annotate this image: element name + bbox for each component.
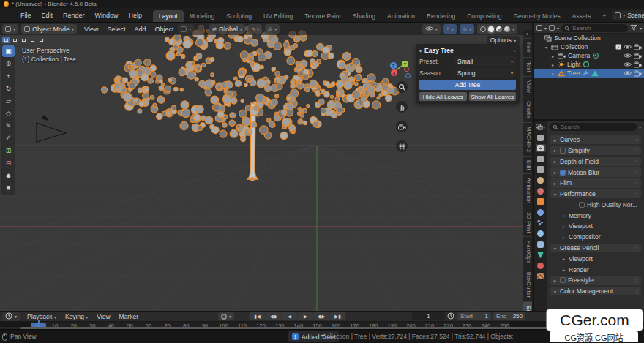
expander-icon[interactable]: ▾ (553, 246, 558, 251)
collapse-panel-icon[interactable]: ▾ (419, 48, 422, 53)
add-tree-button[interactable]: Add Tree (419, 80, 516, 90)
navigation-gizmo[interactable]: XYZ (388, 55, 413, 80)
panel-motion-blur[interactable]: ▸✓Motion Blur≡ (550, 167, 641, 176)
viewport-menu-object[interactable]: Object (150, 26, 178, 33)
wireframe-shading-button[interactable] (480, 26, 486, 32)
expander-icon[interactable]: ▸ (550, 62, 555, 67)
outliner-display-mode-icon[interactable] (549, 25, 555, 31)
expander-icon[interactable]: ▸ (553, 148, 558, 153)
properties-tab-output[interactable] (536, 155, 546, 163)
hide-all-leaves-button[interactable]: Hide All Leaves (419, 92, 467, 101)
disable-in-render-icon[interactable] (634, 61, 642, 68)
expander-icon[interactable]: ▸ (561, 213, 566, 218)
sidebar-tab-edit[interactable]: Edit (523, 157, 532, 174)
properties-editor-selector[interactable]: ▾ (536, 123, 546, 131)
properties-tab-particles[interactable] (536, 219, 546, 227)
disable-in-render-icon[interactable] (634, 53, 642, 59)
expander-icon[interactable]: ▾ (553, 192, 558, 197)
menu-window[interactable]: Window (90, 12, 124, 19)
sidebar-tab-animation[interactable]: Animation (523, 174, 532, 207)
sidebar-tab-hardops[interactable]: HardOps (523, 237, 532, 267)
workspace-tab-geometry-nodes[interactable]: Geometry Nodes (507, 10, 566, 22)
expander-icon[interactable]: ▸ (561, 256, 566, 261)
sidebar-tab-easy-tree[interactable]: Easy Tree (523, 302, 532, 311)
previous-keyframe-button[interactable]: ◀◆ (266, 312, 281, 320)
expander-icon[interactable]: ▸ (550, 71, 555, 76)
workspace-tab-animation[interactable]: Animation (381, 10, 421, 22)
properties-search-input[interactable] (561, 124, 634, 130)
scale-tool-button[interactable]: ▱ (2, 95, 15, 107)
transform-orientation-dropdown[interactable]: ⇄ Global ▾ (209, 24, 245, 34)
proportional-editing-dropdown[interactable]: ◎ ▾ (265, 24, 280, 34)
checkbox-motion-blur[interactable]: ✓ (560, 170, 566, 176)
hide-in-viewport-icon[interactable] (624, 44, 632, 50)
select-mode-invert-button[interactable] (29, 37, 37, 43)
sidebar-tab-3d-print[interactable]: 3D Print (523, 208, 532, 237)
expander-icon[interactable]: ▸ (561, 267, 566, 272)
gizmos-dropdown[interactable]: + ▾ (443, 24, 457, 34)
chevron-down-icon[interactable]: ▾ (639, 124, 641, 129)
add-primitive-tool-button[interactable]: ⊞ (2, 145, 15, 157)
annotate-tool-button[interactable]: ✎ (2, 120, 15, 132)
mode-selector[interactable]: Object Mode ▾ (21, 24, 77, 34)
properties-tab-texture[interactable] (536, 272, 546, 280)
panel-viewport[interactable]: ▸Viewport (550, 222, 641, 230)
viewport-menu-add[interactable]: Add (130, 26, 150, 33)
overlays-dropdown[interactable]: ◎ ▾ (460, 24, 474, 34)
select-mode-set-button[interactable] (2, 37, 10, 43)
toggle-ortho-button[interactable] (396, 140, 408, 152)
3d-viewport[interactable]: ▾ Object Mode ▾ ViewSelectAddObject ▾ ⇄ … (0, 23, 532, 311)
menu-file[interactable]: File (15, 12, 37, 19)
scene-selector[interactable]: ▾ Scene ○ ▣ × (612, 10, 644, 20)
select-mode-intersect-button[interactable] (37, 37, 45, 43)
hardops-tool-button[interactable]: ◆ (2, 170, 15, 181)
expander-icon[interactable]: ▸ (561, 235, 566, 240)
properties-tab-view-layer[interactable] (536, 165, 546, 173)
snapping-dropdown[interactable]: ∪ ▾ (248, 24, 262, 34)
panel-curves[interactable]: ▸Curves≡ (550, 135, 641, 144)
menu-help[interactable]: Help (124, 12, 148, 19)
sidebar-tab-create[interactable]: Create (523, 97, 532, 122)
active-tool-fallback-dropdown[interactable]: ▾ (178, 24, 194, 34)
frame-end-field[interactable]: End 250 (493, 312, 525, 320)
workspace-tab-uv-editing[interactable]: UV Editing (258, 10, 299, 22)
expander-icon[interactable]: ▸ (553, 181, 558, 186)
cursor-tool-button[interactable]: ⊕ (2, 58, 15, 69)
checkbox-simplify[interactable] (560, 148, 566, 154)
editor-type-selector[interactable]: ▾ (2, 24, 18, 34)
properties-tab-scene[interactable] (536, 176, 546, 184)
select-box-tool-button[interactable]: ▣ (2, 45, 15, 57)
panel-memory[interactable]: ▸Memory (550, 211, 641, 219)
hide-in-viewport-icon[interactable] (624, 70, 632, 76)
panel-freestyle[interactable]: ▸Freestyle≡ (550, 276, 641, 284)
sidebar-tab-boxcutter[interactable]: BoxCutter (523, 268, 532, 301)
hide-in-viewport-icon[interactable] (624, 61, 632, 67)
season-select[interactable]: Spring ▾ (454, 68, 516, 78)
outliner-search-input[interactable] (572, 25, 625, 31)
material-preview-shading-button[interactable] (496, 26, 502, 32)
jump-to-end-button[interactable]: ▶▮ (330, 312, 345, 320)
auto-keying-button[interactable]: ▾ (218, 312, 234, 320)
timeline-menu-playback[interactable]: Playback ▾ (23, 313, 61, 320)
outliner-row-collection[interactable]: ▾Collection✓ (534, 42, 644, 51)
timeline-menu-view[interactable]: View (92, 313, 114, 320)
properties-tab-tool[interactable] (536, 134, 546, 142)
expander-icon[interactable]: ▾ (553, 289, 558, 294)
pan-button[interactable] (396, 101, 408, 113)
expander-icon[interactable]: ▸ (553, 278, 558, 283)
workspace-tab-texture-paint[interactable]: Texture Paint (299, 10, 347, 22)
select-mode-extend-button[interactable] (11, 37, 19, 43)
solid-shading-button[interactable] (488, 26, 494, 32)
workspace-tab-modeling[interactable]: Modeling (184, 10, 221, 22)
workspace-tab-rendering[interactable]: Rendering (421, 10, 461, 22)
expander-icon[interactable]: ▾ (544, 45, 549, 50)
disable-in-render-icon[interactable] (634, 44, 642, 50)
gizmo-axis-negative[interactable] (405, 73, 411, 78)
properties-tab-data[interactable] (536, 251, 546, 259)
camera-view-button[interactable] (396, 121, 408, 132)
rendered-shading-button[interactable] (504, 26, 510, 32)
disable-in-render-icon[interactable] (634, 70, 642, 77)
selectability-visibility-dropdown[interactable]: ▾ (422, 24, 441, 34)
filter-funnel-icon[interactable] (630, 21, 637, 34)
blender-app-menu-icon[interactable] (4, 11, 12, 19)
